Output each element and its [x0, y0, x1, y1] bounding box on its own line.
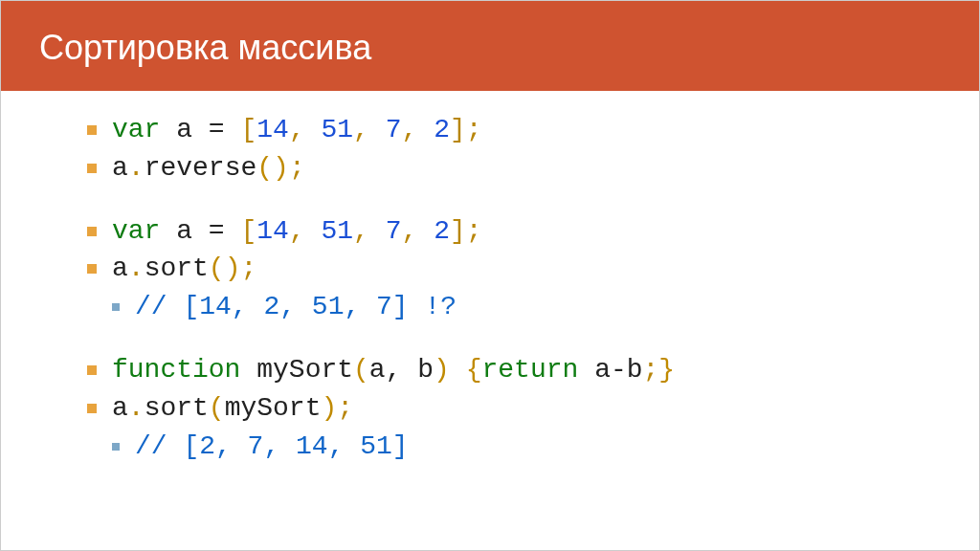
bullet-icon	[87, 365, 97, 375]
bullet-icon	[87, 227, 97, 236]
code-text: // [14, 2, 51, 7] !?	[135, 289, 457, 325]
bullet-icon	[87, 125, 97, 135]
code-text: var a = [14, 51, 7, 2];	[112, 213, 482, 250]
code-line: function mySort(a, b) {return a-b;}	[87, 352, 922, 388]
slide: Сортировка массива var a = [14, 51, 7, 2…	[0, 0, 980, 551]
code-text: function mySort(a, b) {return a-b;}	[112, 352, 675, 388]
slide-content: var a = [14, 51, 7, 2]; a.reverse(); var…	[1, 91, 979, 485]
code-text: a.reverse();	[112, 150, 305, 187]
code-text: // [2, 7, 14, 51]	[135, 429, 409, 465]
bullet-icon	[87, 164, 97, 173]
code-text: a.sort();	[112, 251, 256, 287]
code-line: a.sort(mySort);	[87, 390, 922, 427]
code-line: var a = [14, 51, 7, 2];	[87, 213, 922, 250]
code-text: a.sort(mySort);	[112, 390, 353, 427]
slide-title: Сортировка массива	[39, 28, 371, 67]
code-line: // [14, 2, 51, 7] !?	[87, 289, 922, 325]
code-line: a.sort();	[87, 251, 922, 287]
sub-bullet-icon	[112, 443, 120, 451]
code-line: var a = [14, 51, 7, 2];	[87, 112, 922, 148]
code-text: var a = [14, 51, 7, 2];	[112, 112, 482, 148]
bullet-icon	[87, 404, 97, 413]
bullet-icon	[87, 264, 97, 274]
code-line: a.reverse();	[87, 150, 922, 187]
code-line: // [2, 7, 14, 51]	[87, 429, 922, 465]
slide-header: Сортировка массива	[1, 1, 979, 91]
sub-bullet-icon	[112, 303, 120, 311]
